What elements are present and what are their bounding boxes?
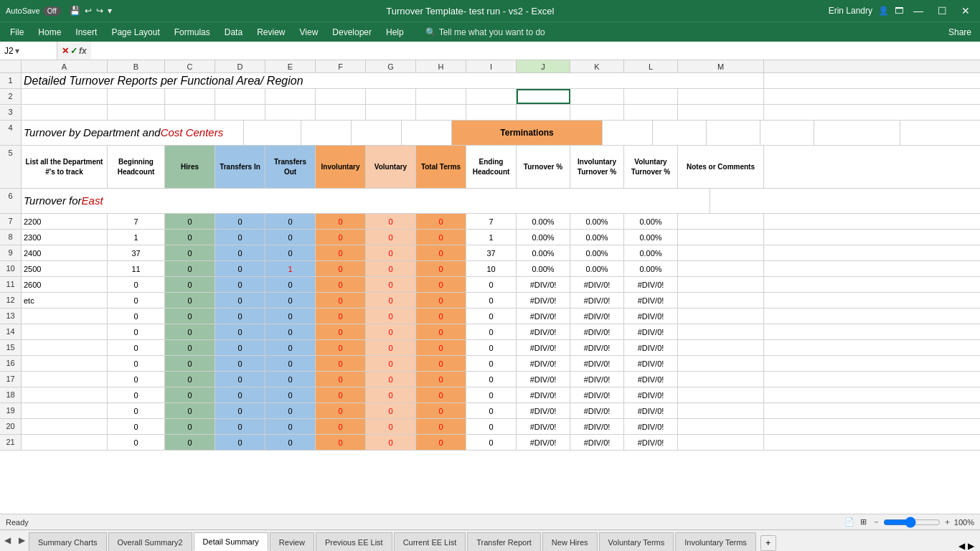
cell-21b[interactable]: 0 (108, 435, 165, 450)
cell-8l[interactable]: 0.00% (624, 230, 678, 245)
cell-19a[interactable] (22, 403, 108, 418)
tab-scroll-left[interactable]: ◀ (0, 529, 14, 551)
cell-13f[interactable]: 0 (316, 309, 366, 324)
cell-13h[interactable]: 0 (416, 309, 466, 324)
menu-review[interactable]: Review (250, 24, 292, 40)
cell-12d[interactable]: 0 (215, 293, 265, 308)
cell-20g[interactable]: 0 (366, 419, 416, 434)
cell-2b[interactable] (108, 89, 165, 104)
autosave-toggle[interactable]: Off (43, 6, 61, 16)
cell-13b[interactable]: 0 (108, 309, 165, 324)
cell-5e[interactable]: Transfers Out (265, 146, 316, 188)
menu-file[interactable]: File (3, 24, 31, 40)
cell-17d[interactable]: 0 (215, 372, 265, 387)
tell-me-section[interactable]: 🔍 Tell me what you want to do (425, 27, 545, 37)
cell-7m[interactable] (678, 214, 764, 229)
cell-15d[interactable]: 0 (215, 340, 265, 355)
cell-2d[interactable] (215, 89, 265, 104)
cell-18e[interactable]: 0 (265, 387, 316, 402)
zoom-slider[interactable] (883, 517, 941, 528)
cell-3b[interactable] (108, 105, 165, 120)
cell-3f[interactable] (316, 105, 366, 120)
cell-8b[interactable]: 1 (108, 230, 165, 245)
cell-7h[interactable]: 0 (416, 214, 466, 229)
menu-home[interactable]: Home (31, 24, 68, 40)
cell-10c[interactable]: 0 (165, 261, 215, 276)
cell-10g[interactable]: 0 (366, 261, 416, 276)
zoom-out-icon[interactable]: － (872, 517, 880, 527)
cell-16j[interactable]: #DIV/0! (517, 356, 570, 371)
cell-14d[interactable]: 0 (215, 324, 265, 339)
cell-14l[interactable]: #DIV/0! (624, 324, 678, 339)
cell-8h[interactable]: 0 (416, 230, 466, 245)
cell-15a[interactable] (22, 340, 108, 355)
redo-icon[interactable]: ↪ (96, 6, 103, 16)
cell-10h[interactable]: 0 (416, 261, 466, 276)
cell-21h[interactable]: 0 (416, 435, 466, 450)
menu-page-layout[interactable]: Page Layout (104, 24, 166, 40)
cell-4l[interactable] (760, 121, 814, 145)
col-header-a[interactable]: A (22, 60, 108, 72)
cell-10m[interactable] (678, 261, 764, 276)
cell-12m[interactable] (678, 293, 764, 308)
minimize-icon[interactable]: — (909, 4, 928, 18)
cell-19k[interactable]: #DIV/0! (570, 403, 624, 418)
cell-3m[interactable] (678, 105, 764, 120)
cell-17l[interactable]: #DIV/0! (624, 372, 678, 387)
cell-17j[interactable]: #DIV/0! (517, 372, 570, 387)
cell-5f[interactable]: Involuntary (316, 146, 366, 188)
cell-13i[interactable]: 0 (466, 309, 517, 324)
share-button[interactable]: Share (943, 26, 977, 39)
cell-4i[interactable] (603, 121, 653, 145)
name-box[interactable]: J2 ▾ (0, 42, 57, 60)
cell-20i[interactable]: 0 (466, 419, 517, 434)
cell-8e[interactable]: 0 (265, 230, 316, 245)
zoom-in-icon[interactable]: ＋ (943, 517, 951, 527)
cell-19m[interactable] (678, 403, 764, 418)
cell-9b[interactable]: 37 (108, 245, 165, 260)
menu-formulas[interactable]: Formulas (167, 24, 217, 40)
cell-7b[interactable]: 7 (108, 214, 165, 229)
cell-19f[interactable]: 0 (316, 403, 366, 418)
cell-15m[interactable] (678, 340, 764, 355)
cell-12b[interactable]: 0 (108, 293, 165, 308)
cell-12k[interactable]: #DIV/0! (570, 293, 624, 308)
cell-9a[interactable]: 2400 (22, 245, 108, 260)
cell-16m[interactable] (678, 356, 764, 371)
cell-13k[interactable]: #DIV/0! (570, 309, 624, 324)
cell-3j[interactable] (517, 105, 570, 120)
cell-2c[interactable] (165, 89, 215, 104)
tab-summary-charts[interactable]: Summary Charts (29, 532, 107, 551)
cell-5k[interactable]: Involuntary Turnover % (570, 146, 624, 188)
cell-9j[interactable]: 0.00% (517, 245, 570, 260)
cell-19i[interactable]: 0 (466, 403, 517, 418)
cell-14a[interactable] (22, 324, 108, 339)
cell-4a[interactable]: Turnover by Department and Cost Centers (22, 121, 244, 145)
cell-19j[interactable]: #DIV/0! (517, 403, 570, 418)
cell-10l[interactable]: 0.00% (624, 261, 678, 276)
cell-19b[interactable]: 0 (108, 403, 165, 418)
cell-11i[interactable]: 0 (466, 277, 517, 292)
cell-18m[interactable] (678, 387, 764, 402)
account-icon[interactable]: 👤 (878, 6, 889, 16)
col-header-c[interactable]: C (165, 60, 215, 72)
cell-14i[interactable]: 0 (466, 324, 517, 339)
cell-17h[interactable]: 0 (416, 372, 466, 387)
cell-3d[interactable] (215, 105, 265, 120)
cell-13d[interactable]: 0 (215, 309, 265, 324)
cell-12g[interactable]: 0 (366, 293, 416, 308)
cell-5d[interactable]: Transfers In (215, 146, 265, 188)
cell-19e[interactable]: 0 (265, 403, 316, 418)
close-icon[interactable]: ✕ (957, 4, 974, 18)
cell-18c[interactable]: 0 (165, 387, 215, 402)
cell-10b[interactable]: 11 (108, 261, 165, 276)
cell-16b[interactable]: 0 (108, 356, 165, 371)
cell-18b[interactable]: 0 (108, 387, 165, 402)
cell-14f[interactable]: 0 (316, 324, 366, 339)
cell-5b[interactable]: Beginning Headcount (108, 146, 165, 188)
cell-18k[interactable]: #DIV/0! (570, 387, 624, 402)
cell-2i[interactable] (466, 89, 517, 104)
cell-9h[interactable]: 0 (416, 245, 466, 260)
cell-16d[interactable]: 0 (215, 356, 265, 371)
cell-7f[interactable]: 0 (316, 214, 366, 229)
